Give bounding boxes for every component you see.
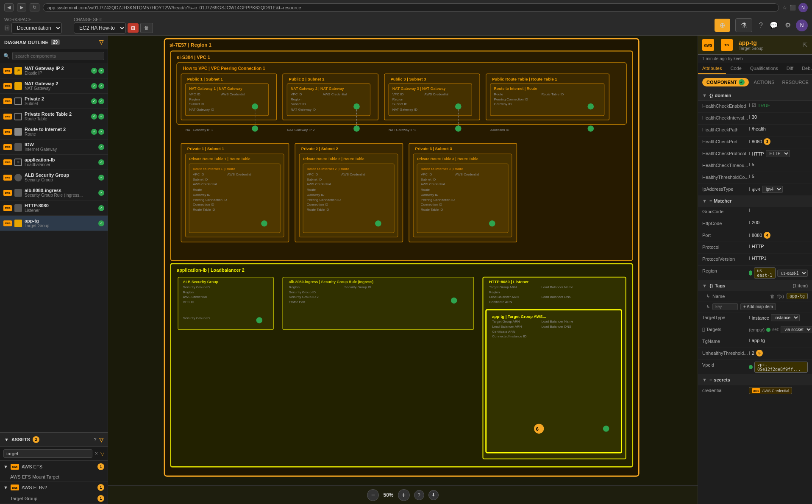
status-dot: ✓ <box>98 190 104 196</box>
svg-text:Route Table ID: Route Table ID <box>421 208 443 212</box>
matcher-section-header[interactable]: ▼ ≡ Matcher <box>698 196 812 206</box>
list-item[interactable]: aws IP NAT Gateway IP 2 Elastic IP ✓ ✓ <box>0 63 108 78</box>
protocol-dropdown[interactable]: HTTP <box>766 150 790 157</box>
zoom-out-button[interactable]: − <box>367 489 379 501</box>
prop-type-icon[interactable]: I <box>749 256 750 261</box>
user-avatar[interactable]: N <box>796 19 808 31</box>
list-item[interactable]: aws ALB Security Group Security Group ✓ <box>0 170 108 185</box>
prop-type-icon[interactable]: I <box>749 187 750 192</box>
trash-button[interactable]: 🗑 <box>140 23 153 33</box>
prop-type-icon[interactable]: I <box>749 162 750 167</box>
help-button[interactable]: ? <box>757 20 765 31</box>
assets-filter-btn[interactable]: ▽ <box>100 451 104 457</box>
discord-button[interactable]: 💬 <box>768 19 780 31</box>
tags-section-header[interactable]: ▼ {} Tags (1 item) <box>698 281 812 291</box>
resource-tab-btn[interactable]: RESOURCE <box>779 78 811 86</box>
asset-item[interactable]: AWS EFS Mount Target <box>0 473 108 481</box>
assets-clear-button[interactable]: × <box>95 451 98 457</box>
domain-section-header[interactable]: ▼ {} domain <box>698 90 812 101</box>
comp-selector: COMPONENT ✓ ACTIONS RESOURCE ‹ 2 app-tg … <box>698 75 812 90</box>
url-bar[interactable]: app.systeminit.com/w/01J7Z42QDZJH3KNTQM5… <box>43 3 779 12</box>
list-item[interactable]: aws Route to Internet 2 Route ✓ ✓ <box>0 124 108 139</box>
svg-text:application-lb | Loadbalancer : application-lb | Loadbalancer 2 <box>177 267 245 273</box>
prop-type-icon[interactable]: I <box>749 103 750 108</box>
tag-edit-icon[interactable]: f(x) <box>777 294 784 299</box>
asset-group-header[interactable]: ▼ aws AWS ELBv2 1 <box>0 482 108 493</box>
svg-text:ALB Security Group: ALB Security Group <box>183 280 218 284</box>
aws-icon: aws <box>3 175 12 181</box>
tab-debug[interactable]: Debug <box>798 63 812 74</box>
component-tab-btn[interactable]: COMPONENT ✓ <box>702 78 749 86</box>
settings-button[interactable]: ⚙ <box>783 19 793 31</box>
tab-diff[interactable]: Diff <box>782 63 798 74</box>
svg-text:Load Balancer DNS: Load Balancer DNS <box>542 325 572 329</box>
workspace-select[interactable]: Documentation <box>11 22 62 33</box>
region-dropdown[interactable]: us-east-1 <box>777 270 808 277</box>
tag-delete-icon[interactable]: 🗑 <box>770 294 775 299</box>
prop-type-icon[interactable]: I <box>749 338 750 343</box>
list-item[interactable]: aws Private Route Table 2 Route Table ✓ … <box>0 109 108 124</box>
filter-icon[interactable]: ▽ <box>99 39 103 45</box>
canvas-wrap[interactable]: si-7E57 | Region 1 si-S304 | VPC 1 How t… <box>108 36 698 485</box>
list-item[interactable]: aws alb-8080-ingress Security Group Rule… <box>0 185 108 200</box>
zoom-in-button[interactable]: + <box>398 489 410 501</box>
comp-info: Private Route Table 2 Route Table <box>25 111 89 121</box>
bookmark-icon: ☆ <box>782 5 787 11</box>
assets-info-icon[interactable]: ? <box>94 437 97 442</box>
assets-expand-icon[interactable]: ▼ <box>4 437 9 442</box>
forward-button[interactable]: ▶ <box>17 3 26 11</box>
prop-type-icon[interactable]: I <box>749 151 750 156</box>
comp-type: Route <box>25 132 89 136</box>
search-input[interactable] <box>12 52 104 60</box>
targettype-dropdown[interactable]: instance <box>771 314 800 321</box>
asset-item-target-group[interactable]: Target Group 1 <box>0 493 108 504</box>
comp-name: application-lb <box>25 157 96 162</box>
svg-text:Connection ID: Connection ID <box>193 203 214 206</box>
list-item[interactable]: aws NAT Gateway 2 NAT Gateway ✓ ✓ <box>0 78 108 94</box>
comp-info: application-lb Loadbalancer <box>25 157 96 167</box>
diagram-view-button[interactable]: ⊞ <box>128 23 139 33</box>
prop-type-icon[interactable]: I <box>749 115 750 120</box>
assets-filter-icon[interactable]: ▽ <box>99 437 103 443</box>
deploy-button[interactable]: ⊕ <box>715 19 730 32</box>
zoom-download-button[interactable]: ⬇ <box>428 490 439 500</box>
secrets-section-header[interactable]: ▼ ≡ secrets <box>698 375 812 385</box>
list-item[interactable]: aws ⊞ application-lb Loadbalancer ✓ <box>0 155 108 170</box>
prop-text: 8080 <box>752 233 762 238</box>
prop-type-icon[interactable]: I <box>749 139 750 144</box>
panel-expand-icon[interactable]: ⇱ <box>803 42 808 48</box>
comp-info: NAT Gateway IP 2 Elastic IP <box>25 66 89 75</box>
list-item-app-tg[interactable]: aws app-tg Target Group ✓ <box>0 216 108 231</box>
prop-label: TargetType <box>702 314 749 320</box>
prop-type-icon[interactable]: I <box>749 208 750 213</box>
prop-type-icon[interactable]: I <box>749 220 750 225</box>
prop-type-icon[interactable]: I <box>749 351 750 356</box>
prop-type-icon[interactable]: I <box>749 244 750 249</box>
asset-group-header[interactable]: ▼ aws AWS EFS 1 <box>0 461 108 473</box>
right-panel: aws TG app-tg Target Group ⇱ 1 minute ag… <box>698 36 812 504</box>
list-item[interactable]: aws Private 2 Subnet ✓ ✓ <box>0 94 108 109</box>
tab-code[interactable]: Code <box>726 63 745 74</box>
prop-value: I 5 <box>749 162 808 167</box>
tab-attributes[interactable]: Attributes <box>698 63 726 74</box>
actions-tab-btn[interactable]: ACTIONS <box>751 78 777 86</box>
prop-type-icon[interactable]: I <box>749 233 750 238</box>
prop-type-icon[interactable]: I <box>749 127 750 131</box>
svg-point-100 <box>489 220 495 227</box>
ip-type-dropdown[interactable]: ipv4 <box>762 186 783 193</box>
changeset-select[interactable]: EC2 HA How-to <box>74 22 126 33</box>
list-item[interactable]: aws IGW Internet Gateway ✓ <box>0 139 108 155</box>
assets-search-input[interactable] <box>3 449 92 458</box>
list-item[interactable]: aws HTTP:8080 Listener ✓ <box>0 200 108 216</box>
refresh-button[interactable]: ↻ <box>30 3 39 11</box>
prop-type-icon[interactable]: I <box>749 174 750 179</box>
add-map-button[interactable]: + Add map item <box>740 303 776 310</box>
prop-type-icon[interactable]: I <box>749 315 750 320</box>
tag-key-input[interactable] <box>712 303 738 310</box>
back-button[interactable]: ◀ <box>4 3 14 11</box>
svg-text:NAT Gateway 1 | NAT Gateway: NAT Gateway 1 | NAT Gateway <box>189 86 242 91</box>
zoom-help-button[interactable]: ? <box>414 490 424 500</box>
beaker-button[interactable]: ⚗ <box>735 18 752 32</box>
tab-qualifications[interactable]: Qualifications <box>746 63 782 74</box>
targets-via-dropdown[interactable]: via socket <box>781 326 812 333</box>
